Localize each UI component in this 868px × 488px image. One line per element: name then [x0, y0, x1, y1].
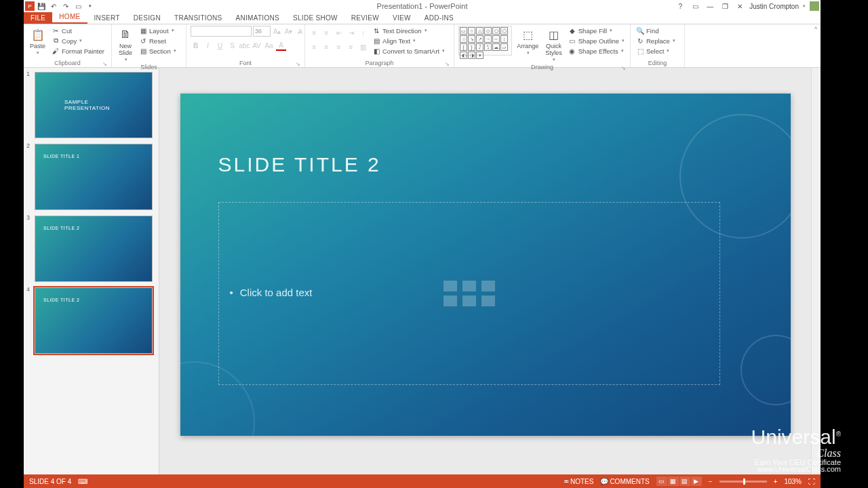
select-button[interactable]: ⬚Select▾	[635, 46, 677, 56]
bold-button[interactable]: B	[191, 41, 201, 51]
tab-view[interactable]: VIEW	[386, 12, 418, 24]
undo-icon[interactable]: ↶	[48, 1, 59, 12]
align-right-button[interactable]: ≡	[334, 42, 344, 52]
normal-view-button[interactable]: ▭	[656, 476, 667, 486]
shape-effects-button[interactable]: ◉Shape Effects▾	[567, 46, 626, 56]
insert-table-icon[interactable]	[443, 281, 457, 291]
ribbon-options-icon[interactable]: ▭	[690, 1, 701, 11]
columns-button[interactable]: ▥	[358, 42, 368, 52]
tab-transitions[interactable]: TRANSITIONS	[167, 12, 229, 24]
font-dialog-icon[interactable]: ↘	[296, 61, 300, 67]
reset-button[interactable]: ↺Reset	[138, 36, 178, 45]
align-center-button[interactable]: ≡	[321, 42, 332, 52]
reading-view-button[interactable]: ▤	[679, 476, 690, 486]
tab-design[interactable]: DESIGN	[127, 12, 167, 24]
quick-styles-button[interactable]: ◫Quick Styles▾	[543, 26, 564, 64]
zoom-level[interactable]: 103%	[784, 478, 802, 485]
placeholder-text[interactable]: Click to add text	[230, 287, 313, 298]
minimize-icon[interactable]: —	[705, 1, 715, 11]
user-dropdown-icon[interactable]: ▾	[803, 3, 806, 9]
tab-slideshow[interactable]: SLIDE SHOW	[286, 12, 344, 24]
zoom-slider[interactable]	[719, 481, 767, 483]
insert-chart-icon[interactable]	[462, 281, 476, 291]
notes-button[interactable]: ≐ NOTES	[564, 478, 593, 485]
insert-video-icon[interactable]	[481, 296, 495, 306]
shapes-gallery[interactable]: ▭○△◇⬠⬡☆ ↘↗→↔↕{} ⤴⤵☁▱◐◑▾	[458, 26, 512, 56]
tab-file[interactable]: FILE	[24, 12, 52, 24]
slide-canvas-area: SLIDE TITLE 2 Click to add text	[159, 68, 811, 474]
thumbnail-2[interactable]: 2 SLIDE TITLE 1	[28, 144, 155, 210]
italic-button[interactable]: I	[203, 41, 213, 51]
tab-home[interactable]: HOME	[52, 11, 87, 24]
content-placeholder[interactable]: Click to add text	[218, 202, 720, 385]
line-spacing-button[interactable]: ↕	[358, 28, 368, 38]
layout-button[interactable]: ▦Layout▾	[138, 26, 178, 35]
thumbnail-1[interactable]: 1 SAMPLE PRESENTATION	[28, 72, 155, 138]
numbering-button[interactable]: ≡	[321, 28, 332, 38]
shape-fill-button[interactable]: ◆Shape Fill▾	[567, 26, 626, 35]
section-button[interactable]: ▤Section▾	[138, 46, 178, 56]
indent-dec-button[interactable]: ⇤	[334, 28, 344, 38]
comments-button[interactable]: 💬 COMMENTS	[600, 478, 649, 485]
convert-smartart-button[interactable]: ◧Convert to SmartArt▾	[371, 46, 446, 56]
start-show-icon[interactable]: ▭	[73, 1, 83, 12]
underline-button[interactable]: U	[215, 41, 225, 51]
align-text-button[interactable]: ▤Align Text▾	[371, 36, 446, 45]
replace-button[interactable]: ↻Replace▾	[635, 36, 677, 45]
insert-smartart-icon[interactable]	[481, 281, 495, 291]
restore-icon[interactable]: ❐	[719, 1, 730, 11]
close-icon[interactable]: ✕	[734, 1, 745, 11]
fit-window-button[interactable]: ⛶	[808, 478, 815, 485]
clear-format-icon[interactable]: A̷	[295, 26, 305, 37]
save-icon[interactable]: 💾	[36, 1, 47, 12]
tab-addins[interactable]: ADD-INS	[418, 12, 460, 24]
find-button[interactable]: 🔍Find	[635, 26, 677, 35]
app-icon[interactable]: P	[25, 1, 35, 11]
grow-font-icon[interactable]: A▴	[272, 26, 282, 37]
case-button[interactable]: Aa	[264, 41, 274, 51]
indent-inc-button[interactable]: ⇥	[346, 28, 356, 38]
sorter-view-button[interactable]: ▦	[668, 476, 679, 486]
tab-animations[interactable]: ANIMATIONS	[229, 12, 286, 24]
insert-online-picture-icon[interactable]	[462, 296, 476, 306]
zoom-in-button[interactable]: +	[774, 478, 778, 485]
align-left-button[interactable]: ≡	[309, 42, 319, 52]
tab-review[interactable]: REVIEW	[344, 12, 386, 24]
thumbnail-4[interactable]: 4 SLIDE TITLE 2	[28, 287, 155, 354]
arrange-button[interactable]: ⬚Arrange▾	[515, 26, 540, 57]
copy-button[interactable]: ⧉Copy▾	[50, 36, 106, 45]
tab-insert[interactable]: INSERT	[87, 12, 127, 24]
font-size-select[interactable]	[253, 26, 271, 37]
paragraph-dialog-icon[interactable]: ↘	[445, 61, 450, 67]
slide-title[interactable]: SLIDE TITLE 2	[218, 153, 381, 176]
user-name[interactable]: Justin Crompton	[749, 3, 799, 10]
spacing-button[interactable]: AV	[252, 41, 262, 51]
vertical-scrollbar[interactable]	[811, 68, 821, 474]
redo-icon[interactable]: ↷	[60, 1, 71, 12]
insert-picture-icon[interactable]	[443, 296, 457, 306]
thumbnail-3[interactable]: 3 SLIDE TITLE 2	[28, 216, 155, 282]
format-painter-button[interactable]: 🖌Format Painter	[50, 46, 106, 56]
strike-button[interactable]: abc	[239, 41, 250, 51]
cut-button[interactable]: ✂Cut	[50, 26, 106, 35]
slide-counter[interactable]: SLIDE 4 OF 4	[29, 478, 71, 485]
help-icon[interactable]: ?	[675, 1, 686, 11]
shape-outline-button[interactable]: ▭Shape Outline▾	[567, 36, 626, 45]
bullets-button[interactable]: ≡	[309, 28, 319, 38]
shadow-button[interactable]: S	[227, 41, 237, 51]
qat-customize-icon[interactable]: ▾	[85, 1, 96, 12]
text-direction-button[interactable]: ⇅Text Direction▾	[371, 26, 446, 35]
font-color-button[interactable]: A	[276, 41, 286, 51]
collapse-ribbon-icon[interactable]: ^	[814, 26, 817, 33]
spell-check-icon[interactable]: ⌨	[78, 478, 87, 485]
shrink-font-icon[interactable]: A▾	[283, 26, 294, 37]
clipboard-dialog-icon[interactable]: ↘	[102, 61, 107, 67]
zoom-out-button[interactable]: −	[709, 478, 713, 485]
new-slide-button[interactable]: 🗎 New Slide ▾	[116, 26, 135, 64]
slideshow-view-button[interactable]: ▶	[691, 476, 702, 486]
font-family-select[interactable]	[191, 26, 252, 37]
slide[interactable]: SLIDE TITLE 2 Click to add text	[180, 94, 791, 436]
justify-button[interactable]: ≡	[346, 42, 356, 52]
avatar[interactable]	[810, 1, 819, 11]
paste-button[interactable]: 📋 Paste ▾	[28, 26, 47, 57]
